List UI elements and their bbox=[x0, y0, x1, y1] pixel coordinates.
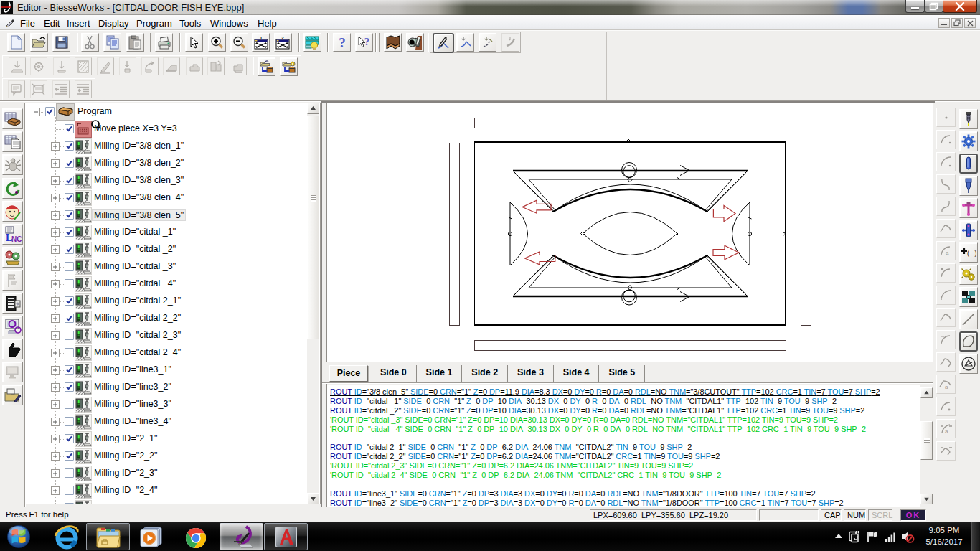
svg-text:a: a bbox=[945, 384, 948, 390]
svg-text:(...): (...) bbox=[967, 250, 976, 257]
svg-text:a: a bbox=[946, 250, 949, 256]
svg-text:?: ? bbox=[364, 36, 369, 47]
svg-text:a: a bbox=[945, 428, 948, 435]
svg-text:?: ? bbox=[339, 36, 346, 50]
svg-text:NC: NC bbox=[11, 235, 22, 243]
